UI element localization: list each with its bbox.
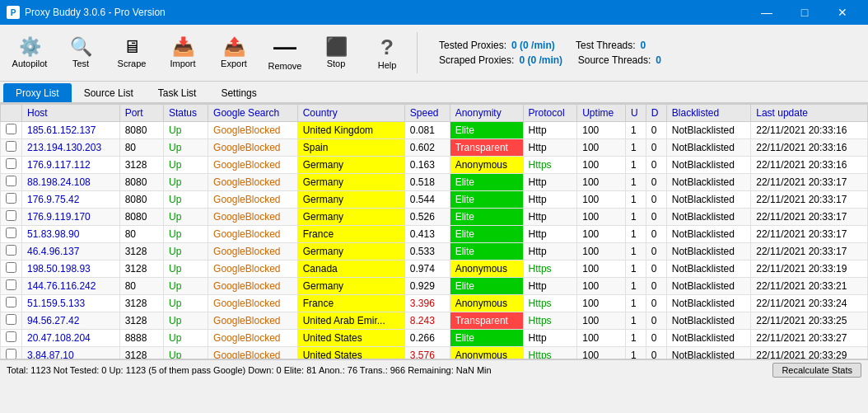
- row-blacklisted: NotBlacklisted: [666, 174, 750, 191]
- row-checkbox[interactable]: [1, 122, 22, 139]
- row-port: 8080: [119, 122, 163, 139]
- row-u: 1: [625, 174, 646, 191]
- import-button[interactable]: 📥 Import: [158, 28, 208, 77]
- row-d: 0: [646, 243, 666, 260]
- table-row[interactable]: 176.9.117.112 3128 Up GoogleBlocked Germ…: [1, 157, 868, 174]
- proxy-table-container[interactable]: Host Port Status Google Search Country S…: [0, 104, 868, 359]
- row-blacklisted: NotBlacklisted: [666, 347, 750, 360]
- row-google: GoogleBlocked: [208, 295, 298, 312]
- col-uptime[interactable]: Uptime: [577, 105, 626, 122]
- row-country: United Arab Emir...: [297, 312, 404, 330]
- table-row[interactable]: 176.9.75.42 8080 Up GoogleBlocked German…: [1, 191, 868, 209]
- row-checkbox[interactable]: [1, 243, 22, 260]
- row-country: Canada: [297, 260, 404, 278]
- row-lastupdate: 22/11/2021 20:33:16: [751, 139, 868, 157]
- row-status: Up: [163, 278, 208, 295]
- row-uptime: 100: [577, 243, 626, 260]
- row-host: 88.198.24.108: [22, 174, 120, 191]
- row-checkbox[interactable]: [1, 226, 22, 243]
- row-checkbox[interactable]: [1, 330, 22, 347]
- row-google: GoogleBlocked: [208, 139, 298, 157]
- stop-button[interactable]: ⬛ Stop: [311, 28, 361, 77]
- row-country: Germany: [297, 278, 404, 295]
- col-lastupdate[interactable]: Last update: [751, 105, 868, 122]
- minimize-button[interactable]: —: [748, 0, 786, 25]
- test-label: Test: [72, 59, 89, 68]
- col-protocol[interactable]: Protocol: [523, 105, 577, 122]
- row-checkbox[interactable]: [1, 209, 22, 226]
- tab-proxy-list[interactable]: Proxy List: [3, 83, 72, 102]
- tab-settings[interactable]: Settings: [208, 83, 268, 102]
- col-port[interactable]: Port: [119, 105, 163, 122]
- export-button[interactable]: 📤 Export: [209, 28, 259, 77]
- table-row[interactable]: 185.61.152.137 8080 Up GoogleBlocked Uni…: [1, 122, 868, 139]
- table-row[interactable]: 198.50.198.93 3128 Up GoogleBlocked Cana…: [1, 260, 868, 278]
- table-row[interactable]: 51.83.98.90 80 Up GoogleBlocked France 0…: [1, 226, 868, 243]
- row-google: GoogleBlocked: [208, 157, 298, 174]
- row-lastupdate: 22/11/2021 20:33:16: [751, 122, 868, 139]
- row-checkbox[interactable]: [1, 295, 22, 312]
- row-checkbox[interactable]: [1, 347, 22, 360]
- row-status: Up: [163, 330, 208, 347]
- row-uptime: 100: [577, 209, 626, 226]
- scraped-label: Scraped Proxies:: [439, 54, 514, 66]
- row-u: 1: [625, 278, 646, 295]
- row-lastupdate: 22/11/2021 20:33:21: [751, 278, 868, 295]
- row-port: 3128: [119, 260, 163, 278]
- row-blacklisted: NotBlacklisted: [666, 157, 750, 174]
- table-row[interactable]: 144.76.116.242 80 Up GoogleBlocked Germa…: [1, 278, 868, 295]
- col-host[interactable]: Host: [22, 105, 120, 122]
- row-country: France: [297, 226, 404, 243]
- row-lastupdate: 22/11/2021 20:33:29: [751, 347, 868, 360]
- row-proto: Http: [523, 174, 577, 191]
- row-checkbox[interactable]: [1, 312, 22, 330]
- row-checkbox[interactable]: [1, 174, 22, 191]
- col-anonymity[interactable]: Anonymity: [450, 105, 523, 122]
- row-status: Up: [163, 295, 208, 312]
- col-blacklisted[interactable]: Blacklisted: [666, 105, 750, 122]
- table-row[interactable]: 46.4.96.137 3128 Up GoogleBlocked German…: [1, 243, 868, 260]
- col-status[interactable]: Status: [163, 105, 208, 122]
- row-checkbox[interactable]: [1, 260, 22, 278]
- autopilot-button[interactable]: ⚙️ Autopilot: [5, 28, 54, 77]
- table-row[interactable]: 88.198.24.108 8080 Up GoogleBlocked Germ…: [1, 174, 868, 191]
- maximize-button[interactable]: □: [786, 0, 824, 25]
- tab-source-list[interactable]: Source List: [72, 83, 146, 102]
- col-u[interactable]: U: [625, 105, 646, 122]
- table-row[interactable]: 94.56.27.42 3128 Up GoogleBlocked United…: [1, 312, 868, 330]
- scrape-button[interactable]: 🖥 Scrape: [107, 28, 156, 77]
- row-d: 0: [646, 347, 666, 360]
- row-checkbox[interactable]: [1, 278, 22, 295]
- row-u: 1: [625, 226, 646, 243]
- tab-task-list[interactable]: Task List: [146, 83, 209, 102]
- table-row[interactable]: 51.159.5.133 3128 Up GoogleBlocked Franc…: [1, 295, 868, 312]
- close-button[interactable]: ✕: [824, 0, 861, 25]
- row-port: 80: [119, 139, 163, 157]
- col-google[interactable]: Google Search: [208, 105, 298, 122]
- remove-button[interactable]: — Remove: [260, 28, 310, 77]
- table-row[interactable]: 213.194.130.203 80 Up GoogleBlocked Spai…: [1, 139, 868, 157]
- row-host: 20.47.108.204: [22, 330, 120, 347]
- row-uptime: 100: [577, 191, 626, 209]
- help-button[interactable]: ? Help: [362, 28, 412, 77]
- row-checkbox[interactable]: [1, 139, 22, 157]
- col-d[interactable]: D: [646, 105, 666, 122]
- table-row[interactable]: 176.9.119.170 8080 Up GoogleBlocked Germ…: [1, 209, 868, 226]
- status-panel: Tested Proxies: 0 (0 /min) Test Threads:…: [439, 40, 661, 66]
- col-speed[interactable]: Speed: [404, 105, 450, 122]
- row-proto: Http: [523, 122, 577, 139]
- scrape-icon: 🖥: [123, 38, 141, 56]
- row-google: GoogleBlocked: [208, 347, 298, 360]
- row-lastupdate: 22/11/2021 20:33:16: [751, 157, 868, 174]
- row-blacklisted: NotBlacklisted: [666, 226, 750, 243]
- row-country: Germany: [297, 191, 404, 209]
- col-country[interactable]: Country: [297, 105, 404, 122]
- row-checkbox[interactable]: [1, 191, 22, 209]
- test-button[interactable]: 🔍 Test: [56, 28, 105, 77]
- row-checkbox[interactable]: [1, 157, 22, 174]
- row-google: GoogleBlocked: [208, 209, 298, 226]
- title-bar: P Proxy Buddy 3.0.6 - Pro Version — □ ✕: [0, 0, 868, 25]
- table-row[interactable]: 20.47.108.204 8888 Up GoogleBlocked Unit…: [1, 330, 868, 347]
- table-row[interactable]: 3.84.87.10 3128 Up GoogleBlocked United …: [1, 347, 868, 360]
- recalculate-button[interactable]: Recalculate Stats: [772, 363, 861, 378]
